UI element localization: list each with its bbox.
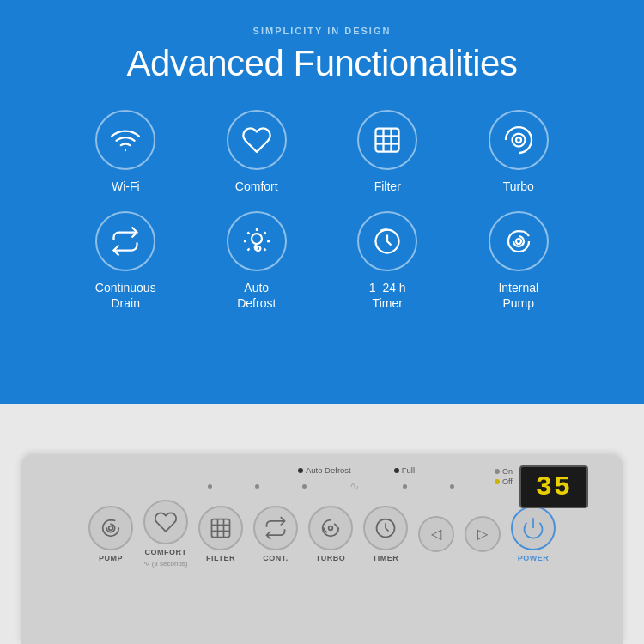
comfort-button-group[interactable]: COMFORT ∿ (3 seconds) xyxy=(143,500,188,568)
auto-defrost-icon-circle xyxy=(227,211,287,271)
timer-icon-circle xyxy=(357,211,417,271)
filter-button-icon xyxy=(209,516,233,540)
nav-left-button[interactable]: ◁ xyxy=(418,516,454,552)
off-dot xyxy=(495,479,500,484)
wifi-label: Wi-Fi xyxy=(112,179,140,194)
led-dot-1 xyxy=(208,484,212,489)
filter-label: Filter xyxy=(374,179,401,194)
internal-pump-icon-circle xyxy=(489,211,549,271)
filter-icon xyxy=(372,125,403,155)
feature-continuous-drain: ContinuousDrain xyxy=(64,211,187,311)
timer-button-label: TIMER xyxy=(373,554,399,562)
turbo-button[interactable] xyxy=(308,506,353,550)
filter-button[interactable] xyxy=(198,506,243,550)
cont-button-icon xyxy=(264,516,288,540)
turbo-label: Turbo xyxy=(503,179,534,194)
pump-label: PUMP xyxy=(99,554,123,562)
svg-point-6 xyxy=(252,234,262,244)
nav-right-group[interactable]: ▷ xyxy=(465,516,501,552)
features-grid: Wi-Fi Comfort Filter xyxy=(64,110,580,312)
on-indicator: On xyxy=(495,467,513,476)
pump-button-group[interactable]: PUMP xyxy=(88,506,133,562)
auto-defrost-label: AutoDefrost xyxy=(237,280,276,311)
svg-point-15 xyxy=(329,526,333,530)
comfort-label: Comfort xyxy=(235,179,278,194)
filter-button-group[interactable]: FILTER xyxy=(198,506,243,562)
svg-point-8 xyxy=(516,239,521,244)
feature-internal-pump: InternalPump xyxy=(458,211,580,311)
led-dot-2 xyxy=(255,484,259,489)
led-dot-5 xyxy=(450,484,454,489)
led-dot-3 xyxy=(302,484,307,489)
power-button[interactable] xyxy=(511,506,556,550)
filter-icon-circle xyxy=(357,110,417,170)
pump-button[interactable] xyxy=(88,506,133,550)
comfort-button-label: COMFORT xyxy=(145,548,187,556)
bottom-section: Auto Defrost Full ∿ xyxy=(0,404,644,644)
timer-button[interactable] xyxy=(363,506,408,550)
nav-right-button[interactable]: ▷ xyxy=(465,516,501,552)
svg-point-5 xyxy=(516,137,521,143)
nav-left-group[interactable]: ◁ xyxy=(418,516,454,552)
main-title: Advanced Functionalities xyxy=(127,43,518,84)
cont-button-label: CONT. xyxy=(263,554,289,562)
feature-timer: 1–24 hTimer xyxy=(326,211,449,311)
continuous-drain-icon xyxy=(110,226,141,257)
auto-defrost-indicator: Auto Defrost xyxy=(298,465,351,475)
led-display: 35 xyxy=(519,465,588,508)
timer-button-icon xyxy=(374,516,398,540)
feature-comfort: Comfort xyxy=(196,110,319,194)
comfort-icon xyxy=(241,125,272,155)
subtitle: SIMPLICITY IN DESIGN xyxy=(253,26,392,36)
power-button-icon xyxy=(521,516,545,540)
turbo-button-group[interactable]: TURBO xyxy=(308,506,353,562)
comfort-icon-circle xyxy=(227,110,287,170)
svg-rect-0 xyxy=(376,129,399,152)
power-button-label: POWER xyxy=(518,554,550,562)
turbo-button-label: TURBO xyxy=(316,554,346,562)
wifi-small-icon: ∿ xyxy=(349,479,360,493)
internal-pump-label: InternalPump xyxy=(498,280,538,311)
continuous-drain-icon-circle xyxy=(95,211,155,271)
comfort-button-icon xyxy=(154,510,178,534)
filter-button-label: FILTER xyxy=(206,554,235,562)
nav-right-icon: ▷ xyxy=(477,526,488,542)
comfort-sublabel: ∿ (3 seconds) xyxy=(143,560,187,568)
power-button-group[interactable]: POWER xyxy=(511,506,556,562)
timer-label: 1–24 hTimer xyxy=(369,280,406,311)
auto-defrost-icon xyxy=(241,226,272,257)
led-dot-4 xyxy=(403,484,407,489)
cont-button[interactable] xyxy=(253,506,298,550)
pump-button-icon xyxy=(99,516,123,540)
wifi-icon-circle xyxy=(95,110,155,170)
nav-left-icon: ◁ xyxy=(431,526,441,542)
feature-auto-defrost: AutoDefrost xyxy=(196,211,319,311)
auto-defrost-dot xyxy=(298,468,303,473)
full-indicator: Full xyxy=(394,465,415,475)
internal-pump-icon xyxy=(503,226,534,257)
comfort-button[interactable] xyxy=(143,500,188,544)
off-indicator: Off xyxy=(495,477,513,486)
continuous-drain-label: ContinuousDrain xyxy=(95,280,156,311)
feature-wifi: Wi-Fi xyxy=(64,110,187,194)
svg-rect-10 xyxy=(212,519,230,537)
timer-button-group[interactable]: TIMER xyxy=(363,506,408,562)
cont-button-group[interactable]: CONT. xyxy=(253,506,298,562)
panel-buttons: PUMP COMFORT ∿ (3 seconds) xyxy=(39,500,605,568)
on-dot xyxy=(495,469,500,474)
top-section: SIMPLICITY IN DESIGN Advanced Functional… xyxy=(0,0,644,404)
feature-turbo: Turbo xyxy=(458,110,580,194)
turbo-icon xyxy=(503,125,534,155)
wifi-icon xyxy=(110,125,141,155)
timer-icon xyxy=(372,226,403,257)
turbo-button-icon xyxy=(319,516,343,540)
turbo-icon-circle xyxy=(489,110,549,170)
feature-filter: Filter xyxy=(326,110,449,194)
device-panel: Auto Defrost Full ∿ xyxy=(21,455,623,644)
svg-point-9 xyxy=(109,526,113,530)
full-dot xyxy=(394,468,399,473)
